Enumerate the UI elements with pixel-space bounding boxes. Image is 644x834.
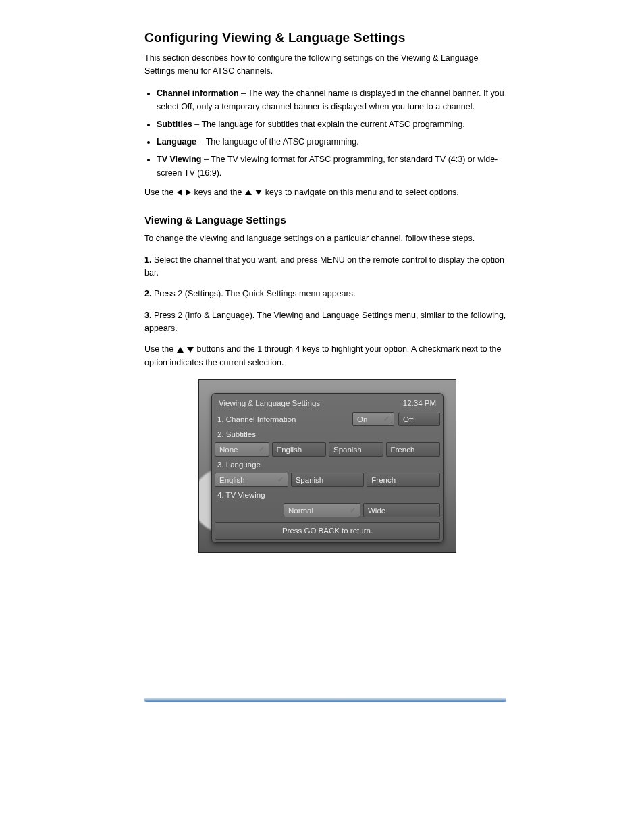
list-item: TV Viewing – The TV viewing format for A… bbox=[157, 153, 509, 180]
option-text: French bbox=[371, 476, 396, 484]
list-item: Subtitles – The language for subtitles t… bbox=[157, 118, 509, 131]
option-english[interactable]: English✓ bbox=[215, 473, 288, 487]
arrow-down-icon bbox=[187, 347, 194, 353]
option-english[interactable]: English bbox=[272, 442, 327, 457]
step-1: 1. Select the channel that you want, and… bbox=[144, 254, 509, 280]
nav-hint-c: keys to navigate on this menu and to sel… bbox=[265, 188, 459, 197]
section-title: Viewing & Language Settings bbox=[144, 214, 509, 226]
step-text: Select the channel that you want, and pr… bbox=[144, 255, 504, 278]
row-label-tvview: 4. TV Viewing bbox=[215, 489, 440, 501]
arrow-up-icon bbox=[177, 347, 184, 353]
page-divider bbox=[144, 698, 506, 702]
nav-hint-a: Use the bbox=[144, 188, 176, 197]
opts-language: English✓ Spanish French bbox=[215, 473, 440, 487]
bullet-term: Subtitles bbox=[157, 120, 192, 129]
option-text: Spanish bbox=[296, 476, 324, 484]
option-wide[interactable]: Wide bbox=[363, 503, 440, 517]
settings-panel: Viewing & Language Settings 12:34 PM 1. … bbox=[211, 393, 444, 543]
option-text: Normal bbox=[288, 506, 313, 515]
option-text: Wide bbox=[368, 506, 385, 515]
option-on[interactable]: On✓ bbox=[352, 412, 394, 426]
row-channel-info: 1. Channel Information On✓ Off bbox=[215, 412, 440, 426]
check-icon: ✓ bbox=[277, 475, 284, 484]
nav-hint: Use the keys and the keys to navigate on… bbox=[144, 186, 509, 199]
step-text: Press 2 (Settings). The Quick Settings m… bbox=[154, 289, 356, 298]
bullet-term: TV Viewing bbox=[157, 155, 201, 164]
step-2: 2. Press 2 (Settings). The Quick Setting… bbox=[144, 288, 509, 301]
check-icon: ✓ bbox=[259, 445, 265, 454]
option-text: English bbox=[277, 446, 302, 454]
option-text: Spanish bbox=[333, 446, 362, 454]
row-label-language: 3. Language bbox=[215, 459, 440, 471]
bullet-term: Language bbox=[157, 137, 196, 147]
arrow-up-icon bbox=[245, 190, 252, 195]
option-text: Off bbox=[403, 415, 413, 423]
panel-time: 12:34 PM bbox=[403, 399, 436, 407]
option-french[interactable]: French bbox=[367, 473, 440, 487]
check-icon: ✓ bbox=[383, 415, 390, 423]
settings-screenshot: Viewing & Language Settings 12:34 PM 1. … bbox=[198, 379, 456, 553]
step-text: Press 2 (Info & Language). The Viewing a… bbox=[144, 311, 506, 333]
arrow-down-icon bbox=[255, 190, 262, 195]
panel-title: Viewing & Language Settings bbox=[219, 399, 320, 407]
bullet-desc: – The language of the ATSC programming. bbox=[196, 137, 359, 147]
opts-tvview: Normal✓ Wide bbox=[215, 503, 440, 517]
bullet-term: Channel information bbox=[157, 88, 239, 98]
option-spanish[interactable]: Spanish bbox=[291, 473, 365, 487]
option-spanish[interactable]: Spanish bbox=[329, 442, 383, 457]
bullet-desc: – The TV viewing format for ATSC program… bbox=[157, 155, 498, 178]
option-none[interactable]: None✓ bbox=[215, 442, 269, 457]
list-item: Language – The language of the ATSC prog… bbox=[157, 135, 509, 149]
row-label-subtitles: 2. Subtitles bbox=[215, 428, 440, 440]
page-title: Configuring Viewing & Language Settings bbox=[144, 30, 509, 45]
row-label: 1. Channel Information bbox=[215, 413, 348, 425]
steps-intro: To change the viewing and language setti… bbox=[144, 232, 509, 245]
continue-hint: Use the buttons and the 1 through 4 keys… bbox=[144, 343, 509, 369]
cont-a: Use the bbox=[144, 344, 176, 354]
option-text: French bbox=[391, 446, 415, 454]
option-text: English bbox=[219, 476, 245, 484]
bullet-desc: – The language for subtitles that explai… bbox=[192, 120, 465, 129]
step-3: 3. Press 2 (Info & Language). The Viewin… bbox=[144, 309, 509, 336]
option-french[interactable]: French bbox=[386, 442, 441, 457]
option-text: On bbox=[357, 415, 367, 423]
list-item: Channel information – The way the channe… bbox=[157, 86, 509, 113]
option-normal[interactable]: Normal✓ bbox=[284, 503, 360, 517]
nav-hint-b: keys and the bbox=[194, 188, 244, 197]
intro-text: This section describes how to configure … bbox=[144, 52, 509, 78]
panel-footer: Press GO BACK to return. bbox=[215, 522, 440, 540]
cont-b: buttons and the 1 through 4 keys to high… bbox=[144, 344, 502, 367]
option-text: None bbox=[219, 446, 238, 454]
panel-header: Viewing & Language Settings 12:34 PM bbox=[215, 396, 440, 410]
opts-subtitles: None✓ English Spanish French bbox=[215, 442, 440, 457]
option-off[interactable]: Off bbox=[398, 413, 440, 426]
check-icon: ✓ bbox=[350, 506, 356, 515]
bullet-list: Channel information – The way the channe… bbox=[144, 86, 509, 180]
arrow-left-icon bbox=[177, 189, 182, 196]
arrow-right-icon bbox=[186, 189, 191, 196]
